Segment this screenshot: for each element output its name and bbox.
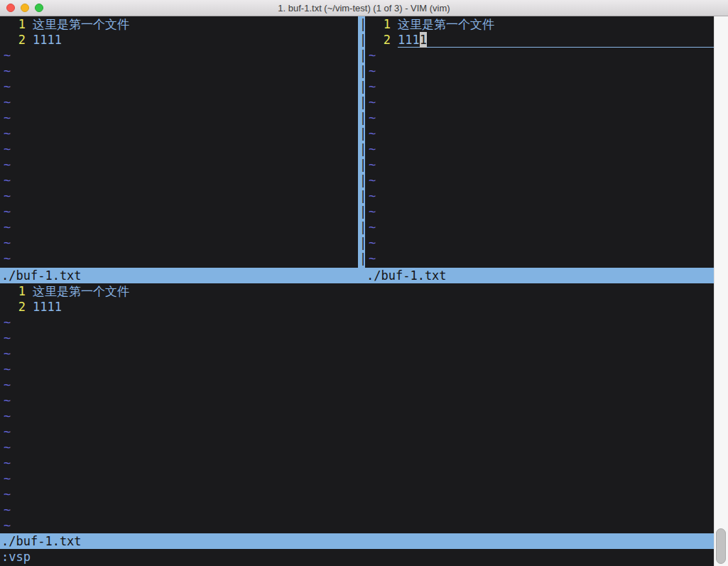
tilde-marker: ~ xyxy=(369,219,376,235)
buffer-text: 这里是第一个文件 xyxy=(398,16,494,32)
vim-window-top-left[interactable]: 1这里是第一个文件21111~~~~~~~~~~~~~~ xyxy=(0,16,358,268)
separator-bar-glyph: | xyxy=(358,235,365,251)
empty-line: ~ xyxy=(0,94,358,110)
tilde-marker: ~ xyxy=(369,204,376,219)
statusline-bottom: ./buf-1.txt xyxy=(0,533,714,549)
vim-screen: 1这里是第一个文件21111~~~~~~~~~~~~~~ |||||||||||… xyxy=(0,16,728,566)
empty-line: ~ xyxy=(0,110,358,126)
empty-line: ~ xyxy=(0,188,358,204)
tilde-marker: ~ xyxy=(4,502,11,518)
buffer-line: 21111 xyxy=(0,32,358,48)
tilde-marker: ~ xyxy=(369,110,376,126)
empty-line: ~ xyxy=(0,440,714,455)
tilde-marker: ~ xyxy=(4,486,11,502)
empty-line: ~ xyxy=(0,408,714,424)
empty-line: ~ xyxy=(0,79,358,94)
separator-bar-glyph: | xyxy=(358,48,365,63)
separator-bar-glyph: | xyxy=(358,188,365,204)
buffer-line: 21111 xyxy=(365,32,714,48)
tilde-marker: ~ xyxy=(4,440,11,455)
separator-bar-glyph: | xyxy=(358,110,365,126)
tilde-marker: ~ xyxy=(4,173,11,188)
empty-line: ~ xyxy=(365,188,714,204)
line-number: 1 xyxy=(4,283,26,299)
vim-window-bottom[interactable]: 1这里是第一个文件21111~~~~~~~~~~~~~~ xyxy=(0,283,714,533)
separator-bar-glyph: | xyxy=(358,126,365,141)
empty-line: ~ xyxy=(365,126,714,141)
buffer-text: 1111 xyxy=(33,32,62,48)
empty-line: ~ xyxy=(0,204,358,219)
empty-line: ~ xyxy=(0,330,714,346)
empty-line: ~ xyxy=(0,219,358,235)
tilde-marker: ~ xyxy=(369,48,376,63)
separator-bar-glyph: | xyxy=(358,173,365,188)
tilde-marker: ~ xyxy=(369,235,376,251)
text-before-cursor: 111 xyxy=(398,33,420,47)
tilde-marker: ~ xyxy=(4,63,11,79)
separator-bar-glyph: | xyxy=(358,94,365,110)
status-filename-top-right: ./buf-1.txt xyxy=(366,268,447,283)
tilde-marker: ~ xyxy=(369,173,376,188)
tilde-marker: ~ xyxy=(4,393,11,408)
statusline-middle: ./buf-1.txt ./buf-1.txt xyxy=(0,268,714,283)
empty-line: ~ xyxy=(0,471,714,486)
tilde-marker: ~ xyxy=(369,79,376,94)
buffer-text: 1111 xyxy=(33,299,62,315)
buffer-line: 1这里是第一个文件 xyxy=(0,16,358,32)
empty-line: ~ xyxy=(0,377,714,393)
tilde-marker: ~ xyxy=(369,251,376,266)
macvim-window: 1. buf-1.txt (~/vim-test) (1 of 3) - VIM… xyxy=(0,0,728,566)
empty-line: ~ xyxy=(0,424,714,440)
status-filename-top-left: ./buf-1.txt xyxy=(1,268,82,283)
tilde-marker: ~ xyxy=(4,110,11,126)
tilde-marker: ~ xyxy=(4,377,11,393)
titlebar[interactable]: 1. buf-1.txt (~/vim-test) (1 of 3) - VIM… xyxy=(0,0,728,16)
tilde-marker: ~ xyxy=(4,126,11,141)
tilde-marker: ~ xyxy=(4,235,11,251)
tilde-marker: ~ xyxy=(4,315,11,330)
buffer-text: 这里是第一个文件 xyxy=(33,16,129,32)
empty-line: ~ xyxy=(365,204,714,219)
separator-bar-glyph: | xyxy=(358,251,365,266)
tilde-marker: ~ xyxy=(4,346,11,361)
empty-line: ~ xyxy=(365,235,714,251)
scrollbar-track[interactable] xyxy=(714,16,728,566)
separator-bar-glyph: | xyxy=(358,32,365,48)
tilde-marker: ~ xyxy=(4,518,11,533)
empty-line: ~ xyxy=(0,502,714,518)
scrollbar-thumb[interactable] xyxy=(716,528,726,564)
window-title: 1. buf-1.txt (~/vim-test) (1 of 3) - VIM… xyxy=(0,0,728,16)
tilde-marker: ~ xyxy=(4,48,11,63)
tilde-marker: ~ xyxy=(4,424,11,440)
empty-line: ~ xyxy=(0,346,714,361)
tilde-marker: ~ xyxy=(369,157,376,173)
tilde-marker: ~ xyxy=(4,94,11,110)
vertical-split-separator[interactable]: |||||||||||||||| xyxy=(358,16,365,268)
separator-bar-glyph: | xyxy=(358,219,365,235)
tilde-marker: ~ xyxy=(4,361,11,377)
empty-line: ~ xyxy=(365,173,714,188)
tilde-marker: ~ xyxy=(369,188,376,204)
empty-line: ~ xyxy=(0,393,714,408)
empty-line: ~ xyxy=(365,48,714,63)
vim-window-top-right[interactable]: 1这里是第一个文件21111~~~~~~~~~~~~~~ xyxy=(365,16,714,268)
tilde-marker: ~ xyxy=(369,126,376,141)
command-line: :vsp xyxy=(0,549,714,566)
tilde-marker: ~ xyxy=(4,251,11,266)
empty-line: ~ xyxy=(365,219,714,235)
line-number: 1 xyxy=(369,16,391,32)
tilde-marker: ~ xyxy=(4,219,11,235)
empty-line: ~ xyxy=(0,455,714,471)
tilde-marker: ~ xyxy=(4,188,11,204)
cursor-line-text: 1111 xyxy=(398,32,714,48)
empty-line: ~ xyxy=(0,173,358,188)
tilde-marker: ~ xyxy=(4,157,11,173)
separator-bar-glyph: | xyxy=(358,16,365,32)
empty-line: ~ xyxy=(0,361,714,377)
separator-bar-glyph: | xyxy=(358,157,365,173)
line-number: 2 xyxy=(369,32,391,48)
tilde-marker: ~ xyxy=(4,455,11,471)
empty-line: ~ xyxy=(0,235,358,251)
status-filename-bottom: ./buf-1.txt xyxy=(1,533,82,549)
empty-line: ~ xyxy=(365,110,714,126)
